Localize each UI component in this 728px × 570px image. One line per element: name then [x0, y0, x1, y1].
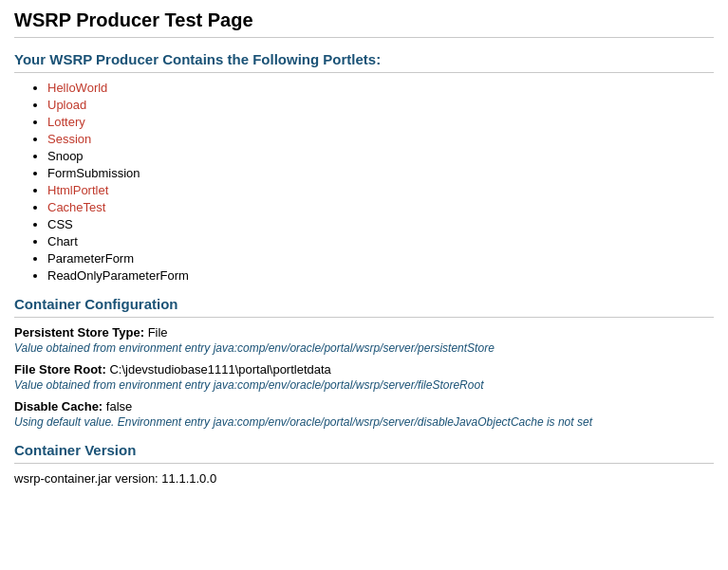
- page-container: WSRP Producer Test Page Your WSRP Produc…: [0, 0, 728, 495]
- page-title: WSRP Producer Test Page: [14, 9, 714, 38]
- persistent-store-value: File: [148, 325, 168, 340]
- list-item: CacheTest: [47, 200, 714, 214]
- list-item: CSS: [47, 217, 714, 231]
- portlet-link[interactable]: CacheTest: [47, 200, 105, 214]
- portlet-link[interactable]: ParameterForm: [47, 251, 134, 266]
- file-store-item: File Store Root: C:\jdevstudiobase1111\p…: [14, 362, 714, 377]
- file-store-value: C:\jdevstudiobase1111\portal\portletdata: [109, 362, 330, 377]
- list-item: Snoop: [47, 149, 714, 163]
- file-store-note: Value obtained from environment entry ja…: [14, 378, 714, 392]
- persistent-store-label: Persistent Store Type:: [14, 325, 144, 340]
- list-item: ParameterForm: [47, 251, 714, 266]
- portlets-section-heading: Your WSRP Producer Contains the Followin…: [14, 51, 714, 73]
- disable-cache-item: Disable Cache: false: [14, 399, 714, 414]
- portlet-link[interactable]: Session: [47, 132, 91, 146]
- disable-cache-value: false: [106, 399, 132, 414]
- list-item: Chart: [47, 234, 714, 248]
- list-item: Session: [47, 132, 714, 146]
- disable-cache-label: Disable Cache:: [14, 399, 103, 414]
- persistent-store-item: Persistent Store Type: File: [14, 325, 714, 340]
- file-store-label: File Store Root:: [14, 362, 106, 377]
- portlet-link[interactable]: CSS: [47, 217, 73, 231]
- list-item: Lottery: [47, 115, 714, 129]
- disable-cache-note: Using default value. Environment entry j…: [14, 415, 714, 429]
- version-text: wsrp-container.jar version: 11.1.1.0.0: [14, 471, 714, 486]
- portlet-link[interactable]: Lottery: [47, 115, 85, 129]
- list-item: ReadOnlyParameterForm: [47, 268, 714, 283]
- list-item: Upload: [47, 98, 714, 112]
- portlets-section: Your WSRP Producer Contains the Followin…: [14, 51, 714, 283]
- container-config-section: Container Configuration Persistent Store…: [14, 296, 714, 429]
- list-item: HtmlPortlet: [47, 183, 714, 197]
- list-item: FormSubmission: [47, 166, 714, 180]
- portlet-link[interactable]: Snoop: [47, 149, 84, 163]
- portlet-link[interactable]: HelloWorld: [47, 81, 107, 95]
- portlet-link[interactable]: Upload: [47, 98, 86, 112]
- persistent-store-note: Value obtained from environment entry ja…: [14, 341, 714, 355]
- list-item: HelloWorld: [47, 81, 714, 95]
- portlet-link[interactable]: FormSubmission: [47, 166, 140, 180]
- portlet-link[interactable]: ReadOnlyParameterForm: [47, 268, 189, 283]
- portlet-link[interactable]: Chart: [47, 234, 78, 248]
- container-version-section: Container Version wsrp-container.jar ver…: [14, 442, 714, 486]
- portlet-link[interactable]: HtmlPortlet: [47, 183, 108, 197]
- portlet-list: HelloWorldUploadLotterySessionSnoopFormS…: [14, 81, 714, 283]
- container-version-heading: Container Version: [14, 442, 714, 464]
- container-config-heading: Container Configuration: [14, 296, 714, 318]
